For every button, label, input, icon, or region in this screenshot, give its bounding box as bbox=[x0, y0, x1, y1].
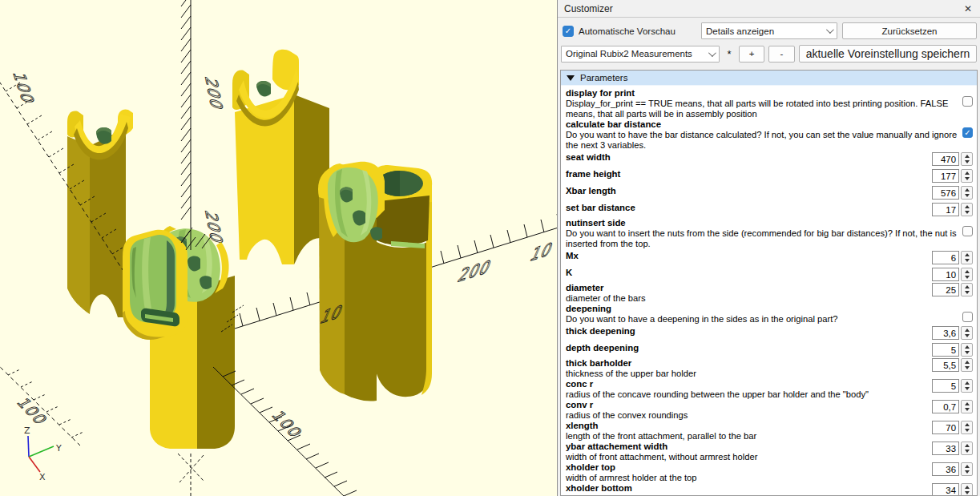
parameter-checkbox[interactable] bbox=[962, 96, 973, 107]
spinbox-down-arrow-icon[interactable] bbox=[965, 334, 970, 337]
spinbox-down-arrow-icon[interactable] bbox=[965, 177, 970, 180]
spinbox-value[interactable]: 5 bbox=[932, 343, 959, 357]
auto-preview-toggle[interactable]: ✓ Automatische Vorschau bbox=[561, 26, 696, 37]
spinbox-up-arrow-icon[interactable] bbox=[965, 253, 970, 256]
spinbox-value[interactable]: 25 bbox=[932, 283, 959, 296]
parameter-label: thick barholder bbox=[566, 358, 929, 369]
parameter-description: Do you want to have the bar distance cal… bbox=[566, 130, 959, 151]
parameter-checkbox[interactable]: ✓ bbox=[962, 127, 973, 138]
spinbox-buttons[interactable] bbox=[961, 379, 973, 393]
parameter-control: 33 bbox=[932, 442, 973, 455]
remove-preset-button[interactable]: - bbox=[768, 46, 795, 63]
parameter-label: xlength bbox=[566, 421, 929, 431]
spinbox-down-arrow-icon[interactable] bbox=[965, 366, 970, 369]
3d-viewport[interactable]: 200 200 bbox=[0, 0, 557, 496]
spinbox-down-arrow-icon[interactable] bbox=[965, 160, 970, 163]
spinbox-down-arrow-icon[interactable] bbox=[965, 387, 970, 390]
parameter-description: length of the front attachment, parallel… bbox=[566, 431, 929, 442]
customizer-toolbar: ✓ Automatische Vorschau Details anzeigen… bbox=[558, 18, 980, 63]
spinbox-down-arrow-icon[interactable] bbox=[965, 408, 970, 411]
spinbox-value[interactable]: 70 bbox=[932, 421, 959, 434]
spinbox-up-arrow-icon[interactable] bbox=[965, 345, 970, 349]
spinbox-up-arrow-icon[interactable] bbox=[965, 402, 970, 405]
parameter-text: frame height bbox=[566, 169, 932, 179]
spinbox-down-arrow-icon[interactable] bbox=[965, 351, 970, 354]
parameter-checkbox[interactable] bbox=[962, 312, 973, 322]
spinbox-buttons[interactable] bbox=[961, 251, 973, 264]
spinbox-up-arrow-icon[interactable] bbox=[965, 285, 970, 288]
spinbox-up-arrow-icon[interactable] bbox=[965, 188, 970, 192]
parameter-spinbox: 6 bbox=[932, 251, 973, 264]
parameter-label: deepening bbox=[566, 304, 959, 314]
spinbox-buttons[interactable] bbox=[961, 186, 973, 200]
spinbox-buttons[interactable] bbox=[961, 203, 973, 216]
spinbox-down-arrow-icon[interactable] bbox=[965, 429, 970, 432]
spinbox-buttons[interactable] bbox=[961, 326, 973, 340]
spinbox-up-arrow-icon[interactable] bbox=[965, 381, 970, 385]
spinbox-up-arrow-icon[interactable] bbox=[965, 329, 970, 332]
spinbox-down-arrow-icon[interactable] bbox=[965, 276, 970, 279]
spinbox-value[interactable]: 33 bbox=[932, 442, 959, 455]
spinbox-buttons[interactable] bbox=[961, 152, 973, 166]
save-preset-button[interactable]: aktuelle Voreinstellung speichern bbox=[799, 45, 977, 63]
parameter-control: 177 bbox=[932, 169, 973, 183]
parameter-text: diameterdiameter of the bars bbox=[566, 283, 932, 304]
preset-dropdown[interactable]: Original Rubix2 Measurements bbox=[561, 46, 720, 63]
parameter-row: xholder topwidth of armrest holder at th… bbox=[561, 462, 977, 483]
spinbox-down-arrow-icon[interactable] bbox=[965, 291, 970, 294]
spinbox-buttons[interactable] bbox=[961, 421, 973, 434]
parameter-row: calculate bar distanceDo you want to hav… bbox=[561, 119, 977, 151]
spinbox-up-arrow-icon[interactable] bbox=[965, 423, 970, 426]
spinbox-up-arrow-icon[interactable] bbox=[965, 205, 970, 208]
spinbox-buttons[interactable] bbox=[961, 358, 973, 372]
parameter-spinbox: 34 bbox=[932, 483, 973, 495]
spinbox-value[interactable]: 6 bbox=[932, 251, 959, 264]
spinbox-value[interactable]: 36 bbox=[932, 462, 959, 476]
spinbox-down-arrow-icon[interactable] bbox=[965, 211, 970, 214]
spinbox-down-arrow-icon[interactable] bbox=[965, 450, 970, 453]
spinbox-value[interactable]: 177 bbox=[932, 169, 959, 183]
spinbox-down-arrow-icon[interactable] bbox=[965, 259, 970, 262]
spinbox-value[interactable]: 470 bbox=[932, 152, 959, 166]
reset-button[interactable]: Zurücksetzen bbox=[842, 22, 977, 39]
spinbox-value[interactable]: 34 bbox=[932, 483, 959, 495]
spinbox-buttons[interactable] bbox=[961, 400, 973, 413]
spinbox-value[interactable]: 3,6 bbox=[932, 326, 959, 340]
parameter-control: 576 bbox=[932, 186, 973, 200]
add-preset-button[interactable]: + bbox=[739, 46, 764, 63]
spinbox-buttons[interactable] bbox=[961, 268, 973, 281]
parameters-group-header[interactable]: Parameters bbox=[561, 71, 977, 86]
spinbox-value[interactable]: 0,7 bbox=[932, 400, 959, 413]
spinbox-value[interactable]: 17 bbox=[932, 203, 959, 216]
spinbox-up-arrow-icon[interactable] bbox=[965, 444, 970, 447]
spinbox-value[interactable]: 5,5 bbox=[932, 358, 959, 372]
parameter-row: thick deepening3,6 bbox=[561, 325, 977, 341]
spinbox-value[interactable]: 10 bbox=[932, 268, 959, 281]
parameters-group-title: Parameters bbox=[580, 73, 627, 83]
spinbox-buttons[interactable] bbox=[961, 442, 973, 455]
spinbox-up-arrow-icon[interactable] bbox=[965, 465, 970, 468]
spinbox-up-arrow-icon[interactable] bbox=[965, 155, 970, 158]
spinbox-down-arrow-icon[interactable] bbox=[965, 470, 970, 474]
details-dropdown[interactable]: Details anzeigen bbox=[701, 22, 837, 39]
spinbox-up-arrow-icon[interactable] bbox=[965, 171, 970, 175]
spinbox-value[interactable]: 5 bbox=[932, 379, 959, 393]
spinbox-down-arrow-icon[interactable] bbox=[965, 194, 970, 197]
spinbox-buttons[interactable] bbox=[961, 483, 973, 495]
parameters-list: display for printDisplay_for_print == TR… bbox=[561, 86, 977, 495]
spinbox-up-arrow-icon[interactable] bbox=[965, 361, 970, 364]
spinbox-value[interactable]: 576 bbox=[932, 186, 959, 200]
spinbox-buttons[interactable] bbox=[961, 462, 973, 476]
spinbox-up-arrow-icon[interactable] bbox=[965, 486, 970, 489]
parameter-spinbox: 70 bbox=[932, 421, 973, 434]
parameter-checkbox[interactable] bbox=[962, 226, 973, 236]
model-right-pair bbox=[318, 162, 432, 401]
spinbox-up-arrow-icon[interactable] bbox=[965, 270, 970, 273]
auto-preview-checkbox[interactable]: ✓ bbox=[563, 26, 574, 37]
spinbox-down-arrow-icon[interactable] bbox=[965, 491, 970, 494]
parameter-control: 3,6 bbox=[932, 326, 973, 340]
spinbox-buttons[interactable] bbox=[961, 169, 973, 183]
close-icon[interactable]: ✕ bbox=[962, 4, 974, 14]
spinbox-buttons[interactable] bbox=[961, 283, 973, 296]
spinbox-buttons[interactable] bbox=[961, 343, 973, 357]
